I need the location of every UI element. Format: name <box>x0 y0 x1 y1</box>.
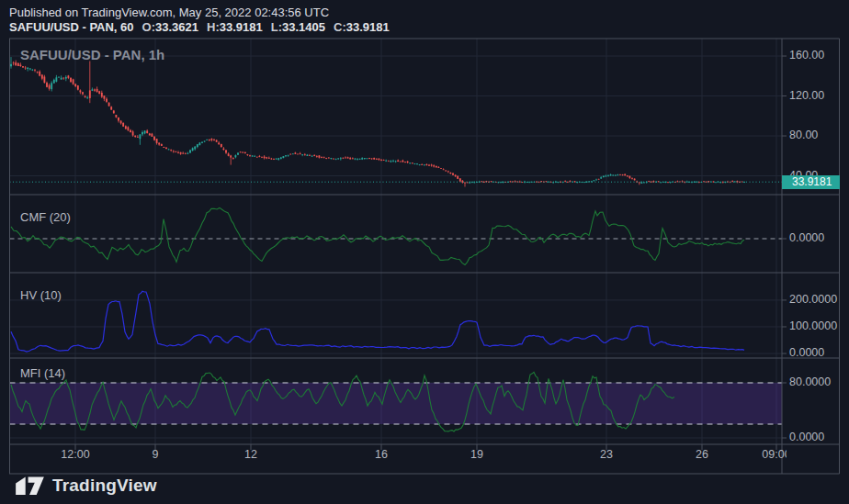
main-pane-legend: SAFUU/USD - PAN, 1h <box>20 47 164 62</box>
time-axis-label: 9 <box>128 448 183 461</box>
tradingview-snapshot-page: Published on TradingView.com, May 25, 20… <box>0 0 849 504</box>
time-axis-label: 09:00 <box>749 448 787 461</box>
tradingview-logo-mark <box>15 475 45 497</box>
tradingview-logo[interactable]: TradingView <box>15 475 157 497</box>
hv-pane-legend: HV (10) <box>20 288 62 302</box>
time-axis-label: 12:00 <box>48 448 103 461</box>
time-axis-label: 26 <box>674 448 730 461</box>
time-axis-label: 19 <box>449 448 504 461</box>
time-axis-label: 12 <box>223 448 278 461</box>
mfi-pane-legend: MFI (14) <box>20 366 65 380</box>
time-axis[interactable]: 12:009121619232609:00 <box>9 444 787 472</box>
cmf-pane-legend: CMF (20) <box>20 210 71 224</box>
mfi-band <box>10 383 783 424</box>
tradingview-logo-text: TradingView <box>52 476 157 496</box>
time-axis-label: 16 <box>354 448 409 461</box>
candles-series <box>10 57 745 186</box>
cmf-line <box>11 207 744 264</box>
time-axis-label: 23 <box>579 448 634 461</box>
chart-canvas[interactable] <box>0 0 849 504</box>
last-price-badge: 33.9181 <box>782 175 840 189</box>
